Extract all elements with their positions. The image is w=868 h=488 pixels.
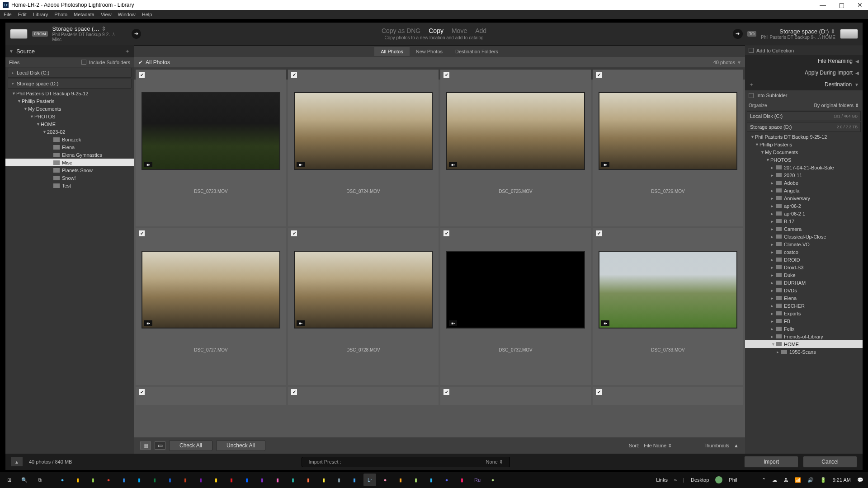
dest-tree-item[interactable]: ▸2017-04-21-Book-Sale [745, 164, 863, 171]
dest-tree-item[interactable]: ▸Elena [745, 294, 863, 302]
to-destination[interactable]: ➔ TO Storage space (D:) ⇕ Phil Pasteris … [729, 28, 863, 40]
thumbnail-checkbox[interactable]: ✔ [443, 230, 449, 236]
dest-tree-item[interactable]: ▸1950-Scans [745, 348, 863, 356]
menu-file[interactable]: File [4, 12, 12, 17]
dest-tree-item[interactable]: ▸apr06-2 [745, 202, 863, 210]
tray-desktop[interactable]: Desktop [691, 477, 709, 483]
dest-tree-item[interactable]: ▸Classical-Up-Close [745, 233, 863, 240]
close-button[interactable]: ✕ [857, 1, 863, 9]
thumbnail-checkbox[interactable]: ✔ [596, 230, 602, 236]
menu-metadata[interactable]: Metadata [74, 12, 94, 17]
thumbnail-cell[interactable]: ✔■•DSC_0728.MOV [288, 228, 439, 385]
add-to-collection-row[interactable]: Add to Collection [745, 45, 863, 55]
tray-chevron-icon[interactable]: » [674, 477, 677, 483]
taskbar-app[interactable]: ● [56, 474, 69, 486]
taskbar-app[interactable]: ▮ [210, 474, 222, 486]
taskbar-app[interactable]: ▮ [164, 474, 176, 486]
volume-c[interactable]: ▸Local Disk (C:) [8, 68, 132, 78]
destination-header[interactable]: ＋ Destination▼ [745, 79, 863, 90]
dest-tree-item[interactable]: ▼My Documents [745, 148, 863, 156]
into-subfolder-checkbox[interactable] [749, 93, 754, 98]
source-tree-item[interactable]: ▼Phillip Pasteris [5, 97, 134, 105]
tray-notifications-icon[interactable]: 💬 [857, 477, 863, 483]
check-icon[interactable]: ✔ [138, 59, 143, 66]
source-tree-item[interactable]: Bonczek [5, 136, 134, 143]
dest-tree-item[interactable]: ▸DROID [745, 256, 863, 263]
chevron-down-icon[interactable]: ▾ [738, 59, 741, 66]
thumbnail-cell[interactable]: ✔■•DSC_0725.MOV [440, 70, 591, 226]
organize-row[interactable]: Organize By original folders ⇕ [745, 100, 863, 110]
taskbar-app[interactable]: ▮ [118, 474, 130, 486]
dest-tree-item[interactable]: ▸DVDs [745, 286, 863, 294]
thumbnail-cell[interactable]: ✔■•DSC_0726.MOV [593, 70, 743, 226]
tray-clock[interactable]: 9:21 AM [833, 477, 851, 483]
task-view-icon[interactable]: ⧉ [33, 474, 46, 486]
source-tree-item[interactable]: ▼PHOTOS [5, 113, 134, 120]
taskbar-app[interactable]: Ru [471, 474, 484, 486]
taskbar-app[interactable]: ▮ [425, 474, 438, 486]
source-tree-item[interactable]: Misc [5, 159, 134, 166]
thumbnail-cell[interactable]: ✔■•DSC_0733.MOV [593, 228, 743, 385]
tray-network-icon[interactable]: 🖧 [783, 477, 788, 483]
from-arrow-button[interactable]: ➔ [132, 29, 141, 39]
dest-volume-c[interactable]: Local Disk (C:)181 / 464 GB [747, 111, 861, 121]
dest-tree-item[interactable]: ▸DURHAM [745, 279, 863, 286]
grid-view-icon[interactable]: ▦ [140, 441, 151, 450]
mode-copy[interactable]: Copy [429, 27, 443, 34]
dest-tree-item[interactable]: ▸B-17 [745, 217, 863, 225]
dest-tree-item[interactable]: ▸Friends-of-Library [745, 333, 863, 340]
thumbnail-cell[interactable]: ✔■•DSC_0724.MOV [288, 70, 439, 226]
taskbar-app[interactable]: ▮ [317, 474, 330, 486]
mode-move[interactable]: Move [452, 27, 467, 34]
taskbar-app[interactable]: ▮ [71, 474, 84, 486]
preset-value[interactable]: None ⇕ [486, 459, 503, 465]
file-renaming-header[interactable]: File Renaming◀ [745, 55, 863, 67]
thumbnail-checkbox[interactable]: ✔ [139, 230, 145, 236]
menu-edit[interactable]: Edit [18, 12, 27, 17]
tray-battery-icon[interactable]: 🔋 [820, 477, 826, 483]
from-source[interactable]: FROM Storage space (… ⇕ Phil Pasteris DT… [5, 25, 141, 42]
taskbar-app[interactable]: ▮ [271, 474, 284, 486]
menu-library[interactable]: Library [33, 12, 48, 17]
taskbar-app[interactable]: ▮ [302, 474, 315, 486]
dest-tree-item[interactable]: ▸Exports [745, 310, 863, 317]
import-button[interactable]: Import [744, 456, 798, 468]
uncheck-all-button[interactable]: Uncheck All [216, 440, 265, 451]
menu-photo[interactable]: Photo [54, 12, 67, 17]
thumbnail-cell[interactable]: ✔ [440, 387, 591, 405]
thumbnail-checkbox[interactable]: ✔ [291, 389, 297, 395]
to-arrow-button[interactable]: ➔ [733, 29, 743, 39]
taskbar-app[interactable]: ▮ [87, 474, 99, 486]
search-icon[interactable]: 🔍 [18, 474, 31, 486]
dest-tree-item[interactable]: ▸Anniversary [745, 194, 863, 202]
user-avatar-icon[interactable] [715, 476, 722, 483]
tab-new-photos[interactable]: New Photos [410, 47, 449, 56]
add-source-icon[interactable]: ＋ [124, 47, 130, 55]
tab-destination-folders[interactable]: Destination Folders [449, 47, 505, 56]
add-to-collection-checkbox[interactable] [749, 48, 754, 53]
taskbar-app[interactable]: ● [440, 474, 453, 486]
dest-tree-item[interactable]: ▼HOME [745, 340, 863, 348]
taskbar-app[interactable]: ▮ [394, 474, 407, 486]
taskbar-app[interactable]: ▮ [287, 474, 299, 486]
thumbnail-cell[interactable]: ✔■•DSC_0723.MOV [136, 70, 286, 226]
taskbar-app[interactable]: ▮ [133, 474, 146, 486]
expand-tray-button[interactable]: ▲ [11, 457, 23, 466]
dest-tree-item[interactable]: ▸Duke [745, 271, 863, 279]
mode-copy-dng[interactable]: Copy as DNG [382, 27, 420, 34]
taskbar-app[interactable]: ▮ [225, 474, 238, 486]
maximize-button[interactable]: ▢ [839, 1, 844, 9]
taskbar-app[interactable]: ● [102, 474, 115, 486]
taskbar-app[interactable]: ▮ [256, 474, 269, 486]
taskbar-app[interactable]: ▮ [148, 474, 161, 486]
menu-help[interactable]: Help [142, 12, 152, 17]
taskbar-app[interactable]: ▮ [194, 474, 207, 486]
thumbnail-cell[interactable]: ✔ [288, 387, 439, 405]
menu-window[interactable]: Window [118, 12, 136, 17]
thumbnail-checkbox[interactable]: ✔ [596, 72, 602, 78]
source-tree-item[interactable]: Elena [5, 143, 134, 151]
tray-volume-icon[interactable]: 🔊 [807, 477, 814, 483]
volume-d[interactable]: ▾Storage space (D:) [8, 79, 132, 89]
dest-tree-item[interactable]: ▸Camera [745, 225, 863, 233]
source-tree-item[interactable]: Planets-Snow [5, 166, 134, 174]
